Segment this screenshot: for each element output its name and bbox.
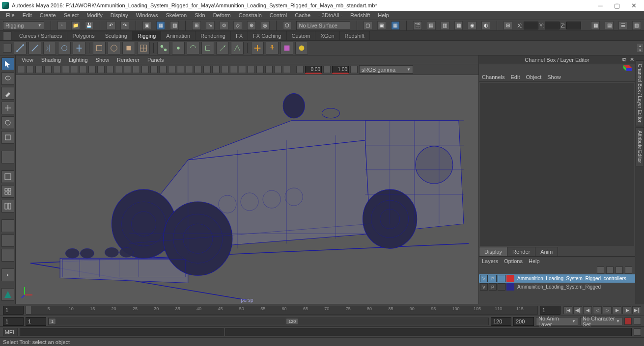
create-control-icon[interactable] bbox=[251, 42, 264, 54]
layout-single-icon[interactable] bbox=[1, 170, 14, 183]
tool-settings-icon[interactable]: ☰ bbox=[618, 21, 627, 30]
workspace-combo[interactable]: Rigging▼ bbox=[3, 21, 44, 30]
layer-name[interactable]: Ammunition_Loading_System_Rigged_control… bbox=[515, 275, 634, 282]
menu-skin[interactable]: Skin bbox=[191, 11, 209, 19]
viewport[interactable]: persp bbox=[16, 75, 478, 304]
render-settings-icon[interactable]: ▥ bbox=[441, 21, 449, 30]
menu-cache[interactable]: Cache bbox=[291, 11, 314, 19]
range-playback-start-field[interactable]: 1 bbox=[26, 317, 46, 326]
shelf-tab-polygons[interactable]: Polygons bbox=[67, 31, 100, 40]
script-lang-label[interactable]: MEL bbox=[3, 328, 18, 336]
live-surface-icon[interactable]: ⬡ bbox=[283, 21, 292, 30]
vp-joints-icon[interactable] bbox=[239, 66, 246, 73]
menu-help[interactable]: Help bbox=[374, 11, 393, 19]
humanik-icon[interactable] bbox=[266, 42, 279, 54]
panel-menu-show[interactable]: Show bbox=[92, 56, 113, 64]
shelf-tab-fxcaching[interactable]: FX Caching bbox=[248, 31, 286, 40]
layer-menu-help[interactable]: Help bbox=[529, 258, 540, 264]
layer-tab-render[interactable]: Render bbox=[507, 247, 535, 256]
view-transform-combo[interactable]: sRGB gamma▼ bbox=[359, 65, 413, 74]
layer-new-empty-icon[interactable] bbox=[616, 266, 623, 274]
xray-joints-icon[interactable] bbox=[195, 66, 202, 73]
layer-move-up-icon[interactable] bbox=[597, 266, 604, 274]
select-mode-2-icon[interactable]: ▦ bbox=[156, 21, 165, 30]
menu-windows[interactable]: Windows bbox=[132, 11, 162, 19]
shelf-tab-curves[interactable]: Curves / Surfaces bbox=[14, 31, 67, 40]
rotate-tool-icon[interactable] bbox=[1, 116, 14, 129]
render-seq-icon[interactable]: ◐ bbox=[481, 21, 490, 30]
bind-skin-icon[interactable] bbox=[93, 42, 106, 54]
range-end-field[interactable]: 200 bbox=[513, 317, 534, 326]
sidetab-attribute-editor[interactable]: Attribute Editor bbox=[636, 127, 644, 166]
graph-editor-icon[interactable] bbox=[1, 234, 14, 247]
hypergraph-icon[interactable] bbox=[1, 249, 14, 262]
shelf-tab-rendering[interactable]: Rendering bbox=[195, 31, 231, 40]
vp-misc-icon[interactable] bbox=[283, 66, 290, 73]
anim-layer-combo[interactable]: No Anim Layer▼ bbox=[536, 317, 578, 325]
cb-menu-object[interactable]: Object bbox=[526, 74, 541, 80]
shelf-tab-xgen[interactable]: XGen bbox=[315, 31, 339, 40]
isolate-icon[interactable] bbox=[177, 66, 184, 73]
vp-deformers-icon[interactable] bbox=[265, 66, 273, 73]
channel-box-icon[interactable]: ▥ bbox=[632, 21, 641, 30]
play-back-icon[interactable]: ◁ bbox=[593, 306, 602, 314]
redo-icon[interactable]: ↷ bbox=[120, 21, 129, 30]
construction-icon[interactable]: ▦ bbox=[391, 21, 400, 30]
menu-file[interactable]: File bbox=[2, 11, 19, 19]
last-tool-icon[interactable] bbox=[1, 151, 14, 163]
menu-display[interactable]: Display bbox=[107, 11, 132, 19]
menu-edit[interactable]: Edit bbox=[19, 11, 36, 19]
undo-icon[interactable]: ↶ bbox=[107, 21, 115, 30]
shelf-tab-redshift[interactable]: Redshift bbox=[339, 31, 370, 40]
renderer-opts-icon[interactable] bbox=[221, 66, 228, 73]
close-button[interactable]: ✕ bbox=[625, 0, 642, 10]
safe-title-icon[interactable] bbox=[97, 66, 105, 73]
layer-tab-display[interactable]: Display bbox=[479, 247, 507, 256]
menu-constrain[interactable]: Constrain bbox=[235, 11, 266, 19]
current-time-marker[interactable] bbox=[26, 306, 31, 314]
go-to-end-icon[interactable]: ▶| bbox=[632, 306, 641, 314]
shelf-scroll-down-icon[interactable]: ▾ bbox=[637, 48, 643, 52]
cb-close-icon[interactable]: ✕ bbox=[630, 56, 634, 63]
menu-select[interactable]: Select bbox=[60, 11, 83, 19]
layer-tab-anim[interactable]: Anim bbox=[535, 247, 558, 256]
ao-icon[interactable] bbox=[150, 66, 158, 73]
lattice-icon[interactable] bbox=[137, 42, 150, 54]
layer-type-toggle[interactable] bbox=[498, 275, 505, 282]
shelf-tab-custom[interactable]: Custom bbox=[286, 31, 316, 40]
layout-two-icon[interactable] bbox=[1, 200, 14, 213]
live-surface-combo[interactable]: No Live Surface bbox=[296, 21, 350, 30]
layout-four-icon[interactable] bbox=[1, 185, 14, 198]
paint-weights-icon[interactable] bbox=[108, 42, 120, 54]
anim-prefs-icon[interactable] bbox=[634, 318, 641, 325]
gate-mask-icon[interactable] bbox=[71, 66, 78, 73]
step-back-icon[interactable]: ◀ bbox=[583, 306, 592, 314]
cb-menu-channels[interactable]: Channels bbox=[482, 74, 504, 80]
ik-handle-icon[interactable] bbox=[73, 42, 85, 54]
mirror-joint-icon[interactable] bbox=[43, 42, 56, 54]
layer-type-toggle[interactable] bbox=[498, 283, 505, 291]
motion-blur-icon[interactable] bbox=[159, 66, 167, 73]
shelf-editor-icon[interactable] bbox=[3, 44, 12, 53]
range-track[interactable]: 1 120 bbox=[48, 318, 489, 325]
menu-redshift[interactable]: Redshift bbox=[346, 11, 374, 19]
orient-constraint-icon[interactable] bbox=[187, 42, 199, 54]
gamma-field[interactable]: 1.00 bbox=[332, 66, 349, 74]
range-playback-end-field[interactable]: 120 bbox=[491, 317, 511, 326]
layer-row[interactable]: V P Ammunition_Loading_System_Rigged bbox=[479, 283, 635, 291]
range-start-field[interactable]: 1 bbox=[3, 317, 24, 326]
smooth-shade-icon[interactable] bbox=[115, 66, 122, 73]
snap-grid-icon[interactable]: ⊞ bbox=[192, 21, 201, 30]
sidetab-channelbox[interactable]: Channel Box / Layer Editor bbox=[636, 60, 644, 126]
step-forward-icon[interactable]: ▶ bbox=[613, 306, 621, 314]
point-constraint-icon[interactable] bbox=[172, 42, 185, 54]
layer-move-down-icon[interactable] bbox=[606, 266, 614, 274]
paint-select-tool-icon[interactable] bbox=[1, 87, 14, 100]
vp-cameras-icon[interactable] bbox=[248, 66, 255, 73]
y-field[interactable] bbox=[545, 22, 560, 29]
time-track[interactable]: 5101520253035404550556065707580859095100… bbox=[26, 306, 538, 315]
xray-icon[interactable] bbox=[186, 66, 193, 73]
snap-point-icon[interactable]: ⊙ bbox=[220, 21, 228, 30]
time-current-field[interactable]: 1 bbox=[540, 306, 560, 315]
field-chart-icon[interactable] bbox=[80, 66, 87, 73]
